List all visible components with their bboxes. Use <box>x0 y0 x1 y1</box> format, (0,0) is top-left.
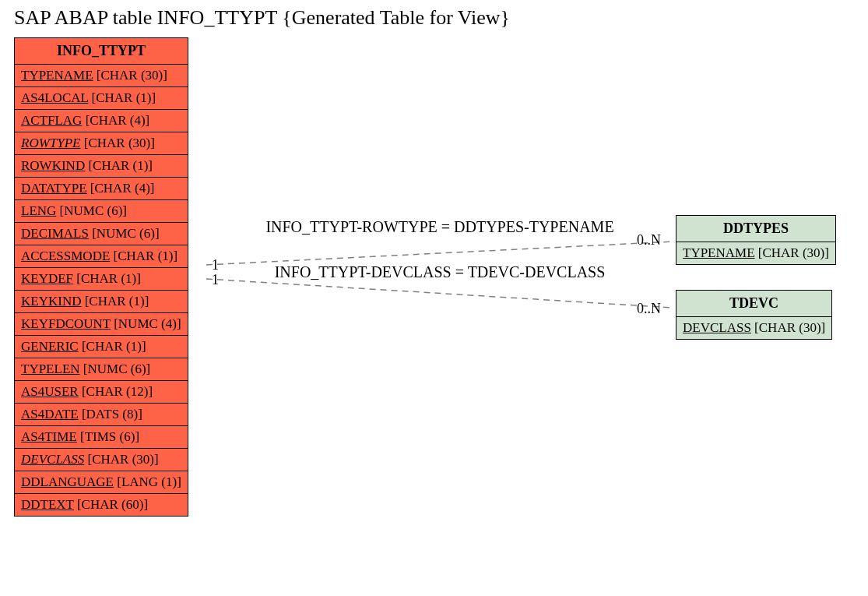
field-type: [CHAR (4)] <box>90 181 155 196</box>
field-type: [DATS (8)] <box>82 407 142 421</box>
card-left-1: 1 <box>212 257 219 273</box>
field-row: KEYKIND [CHAR (1)] <box>15 291 188 313</box>
field-type: [CHAR (30)] <box>758 245 829 260</box>
field-name: AS4USER <box>21 384 79 399</box>
field-row: ACTFLAG [CHAR (4)] <box>15 110 188 132</box>
field-type: [CHAR (1)] <box>76 271 141 286</box>
field-name: AS4DATE <box>21 407 79 421</box>
field-row: ACCESSMODE [CHAR (1)] <box>15 245 188 268</box>
field-type: [CHAR (60)] <box>77 497 148 512</box>
entity-tdevc: TDEVC DEVCLASS [CHAR (30)] <box>676 290 832 340</box>
field-row: LENG [NUMC (6)] <box>15 200 188 223</box>
field-type: [CHAR (1)] <box>88 158 153 173</box>
field-row: DDLANGUAGE [LANG (1)] <box>15 471 188 494</box>
field-row: AS4DATE [DATS (8)] <box>15 404 188 426</box>
field-name: KEYKIND <box>21 294 81 309</box>
field-type: [CHAR (30)] <box>97 68 167 83</box>
field-name: TYPENAME <box>21 68 93 83</box>
field-name: DEVCLASS <box>21 452 84 467</box>
entity-tdevc-header: TDEVC <box>676 291 831 317</box>
field-row: ROWKIND [CHAR (1)] <box>15 155 188 178</box>
field-type: [TIMS (6)] <box>80 429 139 444</box>
field-name: TYPELEN <box>21 361 80 376</box>
field-type: [NUMC (6)] <box>92 226 159 241</box>
field-row: DATATYPE [CHAR (4)] <box>15 178 188 200</box>
field-name: ROWKIND <box>21 158 85 173</box>
field-name: ROWTYPE <box>21 136 81 150</box>
relation-label-rowtype: INFO_TTYPT-ROWTYPE = DDTYPES-TYPENAME <box>222 218 658 236</box>
entity-info-ttypt-header: INFO_TTYPT <box>15 38 188 65</box>
field-type: [NUMC (4)] <box>114 316 181 331</box>
entity-ddtypes: DDTYPES TYPENAME [CHAR (30)] <box>676 215 836 265</box>
field-row: TYPENAME [CHAR (30)] <box>676 242 835 264</box>
field-name: KEYFDCOUNT <box>21 316 111 331</box>
field-name: LENG <box>21 203 56 218</box>
field-row: GENERIC [CHAR (1)] <box>15 336 188 358</box>
field-row: ROWTYPE [CHAR (30)] <box>15 132 188 155</box>
field-row: TYPELEN [NUMC (6)] <box>15 358 188 381</box>
field-type: [NUMC (6)] <box>60 203 127 218</box>
field-type: [CHAR (1)] <box>92 90 156 105</box>
field-row: DDTEXT [CHAR (60)] <box>15 494 188 516</box>
field-row: AS4LOCAL [CHAR (1)] <box>15 87 188 110</box>
field-name: ACTFLAG <box>21 113 82 128</box>
field-type: [NUMC (6)] <box>83 361 150 376</box>
field-row: KEYDEF [CHAR (1)] <box>15 268 188 291</box>
card-left-2: 1 <box>212 272 219 288</box>
field-type: [CHAR (30)] <box>84 136 155 150</box>
field-row: DECIMALS [NUMC (6)] <box>15 223 188 245</box>
field-type: [CHAR (1)] <box>114 249 178 263</box>
entity-info-ttypt: INFO_TTYPT TYPENAME [CHAR (30)]AS4LOCAL … <box>14 37 188 517</box>
field-name: TYPENAME <box>683 245 755 260</box>
field-row: DEVCLASS [CHAR (30)] <box>15 449 188 471</box>
field-type: [LANG (1)] <box>117 474 181 489</box>
field-type: [CHAR (1)] <box>85 294 149 309</box>
svg-line-1 <box>206 279 673 308</box>
field-row: KEYFDCOUNT [NUMC (4)] <box>15 313 188 336</box>
relation-label-devclass: INFO_TTYPT-DEVCLASS = TDEVC-DEVCLASS <box>222 263 658 281</box>
field-type: [CHAR (30)] <box>754 320 825 335</box>
field-type: [CHAR (4)] <box>86 113 150 128</box>
field-name: AS4LOCAL <box>21 90 88 105</box>
field-name: DATATYPE <box>21 181 87 196</box>
field-row: AS4TIME [TIMS (6)] <box>15 426 188 449</box>
field-name: GENERIC <box>21 339 79 354</box>
page-title: SAP ABAP table INFO_TTYPT {Generated Tab… <box>14 6 510 30</box>
field-type: [CHAR (30)] <box>87 452 158 467</box>
field-type: [CHAR (1)] <box>82 339 146 354</box>
field-name: DDTEXT <box>21 497 74 512</box>
svg-line-0 <box>206 242 673 265</box>
field-row: DEVCLASS [CHAR (30)] <box>676 317 831 339</box>
field-name: AS4TIME <box>21 429 77 444</box>
field-name: DEVCLASS <box>683 320 751 335</box>
field-type: [CHAR (12)] <box>82 384 153 399</box>
field-name: DECIMALS <box>21 226 89 241</box>
field-row: AS4USER [CHAR (12)] <box>15 381 188 404</box>
card-right-2: 0..N <box>637 301 661 317</box>
field-row: TYPENAME [CHAR (30)] <box>15 65 188 87</box>
field-name: ACCESSMODE <box>21 249 110 263</box>
field-name: KEYDEF <box>21 271 73 286</box>
entity-ddtypes-header: DDTYPES <box>676 216 835 242</box>
card-right-1: 0..N <box>637 232 661 249</box>
field-name: DDLANGUAGE <box>21 474 114 489</box>
